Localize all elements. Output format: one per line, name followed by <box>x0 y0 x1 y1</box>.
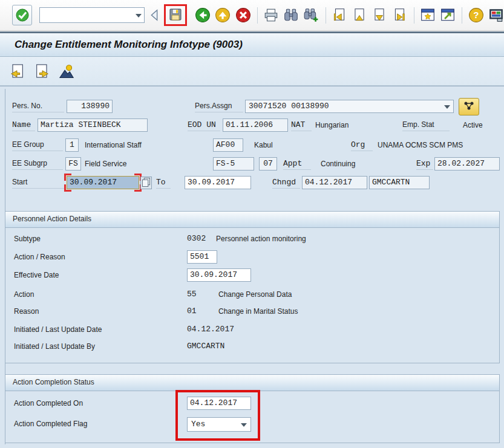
next-record-button[interactable] <box>34 63 51 80</box>
changed-date-field[interactable]: 04.12.2017 <box>302 176 367 189</box>
employee-icon <box>58 63 75 80</box>
ee-group-label: EE Group <box>12 140 63 151</box>
employee-overview-button[interactable] <box>58 63 75 80</box>
find-next-button[interactable] <box>303 7 319 24</box>
duty-station-text: Kabul <box>254 141 273 149</box>
reason-label: Reason <box>14 307 39 316</box>
exit-button[interactable] <box>215 7 231 24</box>
duty-station-field[interactable]: AF00 <box>213 138 243 152</box>
save-button[interactable] <box>168 7 183 23</box>
action-code: 55 <box>187 290 197 299</box>
changed-label: Chngd <box>272 178 300 189</box>
name-field[interactable]: Martiza STEINBECK <box>38 118 148 132</box>
command-dropdown-icon[interactable] <box>136 14 142 18</box>
pers-assgn-value: 30071520 00138990 <box>249 102 329 111</box>
enter-button[interactable] <box>12 5 32 25</box>
pers-assgn-dropdown-icon[interactable] <box>444 105 450 109</box>
toolbar-separator <box>326 7 326 24</box>
emp-stat-label: Emp. Stat <box>402 120 450 131</box>
subtype-label: Subtype <box>14 235 41 243</box>
system-toolbar: ? <box>0 0 504 31</box>
flag-dropdown-icon[interactable] <box>241 423 247 427</box>
last-page-button[interactable] <box>391 7 407 24</box>
customize-layout-button[interactable] <box>488 7 504 24</box>
previous-page-button[interactable] <box>352 7 367 24</box>
exp-field[interactable]: 28.02.2027 <box>434 157 500 170</box>
eod-field[interactable]: 01.11.2006 <box>223 118 288 132</box>
action-text: Change Personal Data <box>218 290 292 299</box>
action-reason-label: Action / Reason <box>14 253 65 261</box>
init-by-label: Initiated / Last Update By <box>14 342 95 351</box>
subtype-code: 0302 <box>187 234 206 243</box>
effective-date-label: Effective Date <box>14 271 59 279</box>
toolbar-separator <box>257 7 258 24</box>
nationality-value: Hungarian <box>315 121 349 129</box>
svg-text:?: ? <box>473 10 479 20</box>
new-session-button[interactable] <box>420 7 436 24</box>
first-page-button[interactable] <box>332 7 347 24</box>
print-icon <box>263 7 279 23</box>
shortcut-icon <box>440 7 456 23</box>
ee-group-field[interactable]: 1 <box>65 138 79 152</box>
toolbar-separator <box>414 7 414 24</box>
help-button[interactable]: ? <box>468 7 483 24</box>
start-date-selection: 30.09.2017 <box>67 176 139 189</box>
action-label: Action <box>14 290 34 299</box>
next-page-icon <box>371 7 387 23</box>
action-completed-flag-dropdown[interactable]: Yes <box>187 417 251 432</box>
org-assignment-button[interactable] <box>459 98 479 115</box>
start-date-label: Start <box>12 178 64 189</box>
pers-no-field[interactable]: 138990 <box>67 100 113 113</box>
grade-field[interactable]: FS-5 <box>213 157 254 170</box>
toolbar-separator <box>462 7 462 24</box>
help-icon: ? <box>468 7 484 23</box>
application-toolbar <box>0 57 504 86</box>
selection-corner <box>64 174 71 181</box>
action-completed-flag-label: Action Completed Flag <box>14 420 87 428</box>
level-field[interactable]: 07 <box>259 157 277 170</box>
content-area: Pers. No. 138990 Pers.Assgn 30071520 001… <box>0 86 504 448</box>
save-icon <box>168 7 183 24</box>
personnel-action-details-title: Personnel Action Details <box>5 212 499 228</box>
action-reason-field[interactable]: 5501 <box>187 250 217 264</box>
effective-date-field[interactable]: 30.09.2017 <box>187 268 251 282</box>
command-field[interactable] <box>39 7 145 23</box>
action-completed-on-label: Action Completed On <box>14 399 83 407</box>
back-button[interactable] <box>195 7 211 24</box>
to-date-label: To <box>156 178 171 189</box>
enter-check-icon <box>15 8 30 22</box>
selection-corner <box>64 184 71 192</box>
action-completion-status-box: Action Completion Status Action Complete… <box>5 374 500 443</box>
action-completed-flag-value: Yes <box>191 420 205 429</box>
org-label: Org <box>351 140 373 151</box>
reason-text: Change in Marital Status <box>218 307 298 316</box>
find-button[interactable] <box>283 7 299 24</box>
collapse-icon[interactable] <box>150 9 159 21</box>
exp-label: Exp <box>416 159 433 170</box>
create-shortcut-button[interactable] <box>440 7 456 24</box>
action-completed-on-field[interactable]: 04.12.2017 <box>187 397 251 410</box>
start-date-field[interactable]: 30.09.2017 <box>67 176 139 189</box>
ee-subgrp-field[interactable]: FS <box>65 157 81 170</box>
cancel-button[interactable] <box>235 7 250 24</box>
calendar-icon <box>142 177 151 189</box>
changed-by-field[interactable]: GMCCARTN <box>369 176 430 189</box>
title-bar: Change Entitlement Monitoring Infotype (… <box>0 31 504 57</box>
sap-window: ? Change Entitlement Monitoring Infotype… <box>0 0 504 448</box>
init-by-value: GMCCARTN <box>187 342 224 351</box>
date-picker-button[interactable] <box>140 177 152 189</box>
previous-record-button[interactable] <box>8 63 25 80</box>
print-button[interactable] <box>263 7 279 24</box>
eod-label: EOD UN <box>188 120 220 131</box>
customize-layout-icon <box>488 7 504 23</box>
last-page-icon <box>392 7 408 23</box>
previous-page-icon <box>352 7 367 23</box>
previous-record-icon <box>8 63 25 80</box>
first-page-icon <box>332 7 347 23</box>
emp-stat-value: Active <box>463 121 483 129</box>
find-next-icon <box>303 7 319 23</box>
to-date-field[interactable]: 30.09.2017 <box>185 176 251 189</box>
action-completion-status-title: Action Completion Status <box>5 375 499 391</box>
next-page-button[interactable] <box>371 7 387 24</box>
pers-assgn-combo[interactable]: 30071520 00138990 <box>245 100 454 113</box>
